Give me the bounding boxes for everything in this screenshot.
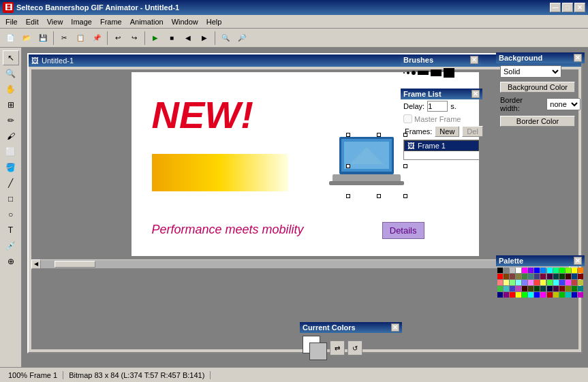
palette-color-42[interactable]: [497, 286, 503, 291]
banner-details-btn[interactable]: Details: [382, 222, 424, 239]
palette-color-62[interactable]: [534, 292, 540, 298]
palette-color-58[interactable]: [510, 292, 515, 298]
tool-fill[interactable]: 🪣: [3, 160, 19, 175]
palette-color-32[interactable]: [522, 280, 527, 285]
palette-color-5[interactable]: [528, 268, 533, 273]
del-frame-btn[interactable]: Del: [462, 126, 483, 137]
palette-color-13[interactable]: [578, 268, 583, 273]
cut-button[interactable]: ✂: [57, 31, 72, 46]
palette-color-43[interactable]: [504, 286, 509, 291]
palette-color-4[interactable]: [522, 268, 527, 273]
palette-color-49[interactable]: [540, 286, 546, 291]
palette-color-33[interactable]: [528, 280, 533, 285]
minimize-button[interactable]: —: [550, 3, 561, 12]
palette-color-14[interactable]: [497, 274, 503, 279]
palette-color-35[interactable]: [540, 280, 546, 285]
palette-color-66[interactable]: [559, 292, 565, 298]
maximize-button[interactable]: □: [562, 3, 573, 12]
tool-eraser[interactable]: ⬜: [3, 144, 19, 159]
palette-color-52[interactable]: [559, 286, 565, 291]
palette-color-25[interactable]: [566, 274, 571, 279]
palette-color-6[interactable]: [534, 268, 540, 273]
palette-color-12[interactable]: [572, 268, 577, 273]
palette-color-45[interactable]: [516, 286, 521, 291]
palette-color-24[interactable]: [559, 274, 565, 279]
background-close-btn[interactable]: ✕: [574, 54, 582, 62]
next-frame-button[interactable]: ▶: [197, 31, 212, 46]
tool-line[interactable]: ╱: [3, 176, 19, 191]
tool-text[interactable]: T: [3, 223, 19, 238]
redo-button[interactable]: ↪: [127, 31, 142, 46]
tool-ellipse[interactable]: ○: [3, 207, 19, 222]
palette-color-18[interactable]: [522, 274, 527, 279]
brushes-close-btn[interactable]: ✕: [470, 56, 478, 64]
palette-color-54[interactable]: [572, 286, 577, 291]
palette-close-btn[interactable]: ✕: [574, 257, 582, 265]
palette-color-39[interactable]: [566, 280, 571, 285]
tool-pencil[interactable]: ✏: [3, 113, 19, 128]
tool-rect[interactable]: □: [3, 191, 19, 206]
menu-frame[interactable]: Frame: [96, 16, 126, 27]
brush-rect3[interactable]: [444, 68, 454, 78]
stop-button[interactable]: ■: [164, 31, 179, 46]
palette-color-16[interactable]: [510, 274, 515, 279]
palette-color-36[interactable]: [547, 280, 553, 285]
sel-handle-bc[interactable]: [377, 194, 381, 198]
framelist-close-btn[interactable]: ✕: [471, 90, 480, 98]
palette-color-3[interactable]: [516, 268, 521, 273]
palette-color-26[interactable]: [572, 274, 577, 279]
menu-animation[interactable]: Animation: [126, 16, 168, 27]
border-width-select[interactable]: none 1 2 3: [546, 98, 581, 110]
palette-color-60[interactable]: [522, 292, 527, 298]
scroll-left-btn[interactable]: ◀: [31, 259, 41, 269]
palette-color-47[interactable]: [528, 286, 533, 291]
palette-color-30[interactable]: [510, 280, 515, 285]
menu-help[interactable]: Help: [202, 16, 226, 27]
tool-select[interactable]: ↖: [3, 50, 19, 65]
palette-color-7[interactable]: [540, 268, 546, 273]
palette-color-10[interactable]: [559, 268, 565, 273]
master-frame-checkbox[interactable]: [403, 114, 412, 123]
palette-color-8[interactable]: [547, 268, 553, 273]
frames-list[interactable]: 🖼 Frame 1: [403, 140, 480, 160]
reset-colors-btn[interactable]: ↺: [347, 340, 362, 355]
close-button[interactable]: ✕: [574, 3, 585, 12]
sel-handle-bl[interactable]: [346, 194, 350, 198]
palette-color-37[interactable]: [553, 280, 559, 285]
sel-handle-tl[interactable]: [346, 133, 350, 137]
brush-rect2[interactable]: [431, 69, 442, 76]
palette-color-27[interactable]: [578, 274, 583, 279]
delay-input[interactable]: [427, 101, 448, 112]
paste-button[interactable]: 📌: [89, 31, 104, 46]
current-colors-close-btn[interactable]: ✕: [391, 323, 399, 332]
menu-edit[interactable]: Edit: [22, 16, 43, 27]
brush-3px[interactable]: [412, 71, 416, 75]
tool-eyedropper[interactable]: 💉: [3, 238, 19, 253]
palette-color-34[interactable]: [534, 280, 540, 285]
palette-color-20[interactable]: [534, 274, 540, 279]
palette-color-2[interactable]: [510, 268, 515, 273]
palette-color-48[interactable]: [534, 286, 540, 291]
prev-frame-button[interactable]: ◀: [181, 31, 196, 46]
menu-file[interactable]: File: [1, 16, 22, 27]
new-frame-btn[interactable]: New: [435, 126, 459, 137]
tool-pan[interactable]: ✋: [3, 82, 19, 97]
fill-type-select[interactable]: Solid Gradient Pattern: [500, 65, 561, 78]
palette-color-46[interactable]: [522, 286, 527, 291]
swap-colors-btn[interactable]: ⇄: [330, 340, 345, 355]
brush-2px[interactable]: [407, 71, 409, 74]
palette-color-65[interactable]: [553, 292, 559, 298]
undo-button[interactable]: ↩: [110, 31, 125, 46]
palette-color-1[interactable]: [504, 268, 509, 273]
palette-color-51[interactable]: [553, 286, 559, 291]
tool-stamp[interactable]: ⊕: [3, 254, 19, 269]
menu-window[interactable]: Window: [168, 16, 202, 27]
menu-image[interactable]: Image: [67, 16, 96, 27]
bg-color-box[interactable]: [309, 343, 327, 360]
palette-color-17[interactable]: [516, 274, 521, 279]
palette-color-41[interactable]: [578, 280, 583, 285]
palette-color-50[interactable]: [547, 286, 553, 291]
palette-color-53[interactable]: [566, 286, 571, 291]
palette-color-28[interactable]: [497, 280, 503, 285]
palette-color-15[interactable]: [504, 274, 509, 279]
